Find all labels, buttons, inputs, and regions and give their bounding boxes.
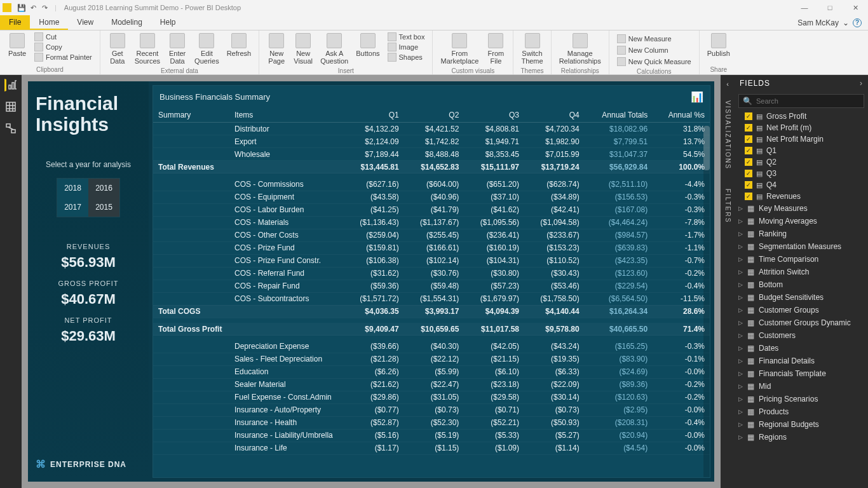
report-view-icon[interactable] xyxy=(4,79,17,92)
checkbox-icon[interactable]: ✓ xyxy=(745,147,752,154)
maximize-icon[interactable]: □ xyxy=(817,4,843,12)
table-row[interactable]: Distributor$4,132.29$4,421.52$4,808.81$4… xyxy=(153,123,710,135)
table-row[interactable]: Insurance - Health($52.87)($52.30)($52.2… xyxy=(153,416,710,429)
expand-icon[interactable]: ▷ xyxy=(738,421,745,428)
expand-icon[interactable]: ▷ xyxy=(738,370,745,377)
ask-question-button[interactable]: Ask A Question xyxy=(316,32,352,66)
table-row[interactable]: COS - Prize Fund($159.81)($166.61)($160.… xyxy=(153,241,710,254)
table-row[interactable]: COS - Commissions($627.16)($604.00)($651… xyxy=(153,179,710,191)
table-row[interactable]: Export$2,124.09$1,742.82$1,949.71$1,982.… xyxy=(153,135,710,148)
tab-home[interactable]: Home xyxy=(30,15,68,30)
column-header[interactable]: Annual Totals xyxy=(585,108,653,123)
tab-file[interactable]: File xyxy=(0,15,30,30)
table-item[interactable]: ▷▦Time Comparison xyxy=(735,253,868,266)
publish-button[interactable]: Publish xyxy=(703,32,734,58)
switch-theme-button[interactable]: Switch Theme xyxy=(517,32,546,66)
table-item[interactable]: ▷▦Customer Groups Dynamic xyxy=(735,316,868,329)
close-icon[interactable]: ✕ xyxy=(843,4,868,12)
table-row[interactable]: COS - Materials($1,136.43)($1,137.67)($1… xyxy=(153,216,710,229)
table-row[interactable]: COS - Repair Fund($59.36)($59.48)($57.23… xyxy=(153,280,710,292)
field-item[interactable]: ✓▤Q3 xyxy=(735,168,868,179)
recent-sources-button[interactable]: Recent Sources xyxy=(131,32,164,66)
table-item[interactable]: ▷▦Regions xyxy=(735,431,868,444)
checkbox-icon[interactable]: ✓ xyxy=(745,135,752,143)
matrix-body[interactable]: SummaryItemsQ1Q2Q3Q4Annual TotalsAnnual … xyxy=(153,108,710,477)
table-row[interactable]: COS - Prize Fund Constr.($106.38)($102.1… xyxy=(153,254,710,267)
checkbox-icon[interactable]: ✓ xyxy=(745,158,752,166)
new-page-button[interactable]: New Page xyxy=(263,32,290,66)
table-item[interactable]: ▷▦Segmentation Measures xyxy=(735,240,868,253)
scrollbar-thumb[interactable] xyxy=(703,126,710,170)
year-option[interactable]: 2016 xyxy=(88,179,119,198)
enter-data-button[interactable]: Enter Data xyxy=(164,32,191,66)
matrix-visual[interactable]: Business Financials Summary 📊 SummaryIte… xyxy=(153,85,710,478)
edit-queries-button[interactable]: Edit Queries xyxy=(191,32,223,66)
new-measure-button[interactable]: New Measure xyxy=(616,34,693,44)
expand-icon[interactable]: ▷ xyxy=(738,320,745,326)
expand-icon[interactable]: ▷ xyxy=(738,231,745,237)
field-item[interactable]: ✓▤Q2 xyxy=(735,156,868,168)
data-view-icon[interactable] xyxy=(4,100,17,113)
checkbox-icon[interactable]: ✓ xyxy=(745,181,752,189)
visualizations-pane-collapsed[interactable]: ‹ VISUALIZATIONS FILTERS xyxy=(721,75,735,488)
table-item[interactable]: ▷▦Financials Template xyxy=(735,367,868,380)
tab-modeling[interactable]: Modeling xyxy=(102,15,151,30)
format-painter-button[interactable]: Format Painter xyxy=(33,52,93,62)
table-row[interactable]: Education($6.26)($5.99)($6.10)($6.33)($2… xyxy=(153,365,710,378)
year-option[interactable]: 2017 xyxy=(57,198,88,217)
field-item[interactable]: ✓▤Gross Profit xyxy=(735,111,868,122)
table-row[interactable]: Sealer Material($21.62)($22.47)($23.18)(… xyxy=(153,378,710,391)
image-button[interactable]: Image xyxy=(386,42,426,52)
from-marketplace-button[interactable]: From Marketplace xyxy=(437,32,482,66)
new-visual-button[interactable]: New Visual xyxy=(290,32,316,66)
table-row[interactable]: Insurance - Auto/Property($0.77)($0.73)(… xyxy=(153,403,710,416)
column-header[interactable]: Summary xyxy=(153,108,229,123)
redo-icon[interactable]: ↷ xyxy=(39,3,50,13)
expand-icon[interactable]: ▷ xyxy=(738,218,745,224)
table-row[interactable]: Insurance - Liability/Umbrella($5.16)($5… xyxy=(153,429,710,442)
field-item[interactable]: ✓▤Q4 xyxy=(735,179,868,191)
table-item[interactable]: ▷▦Mid xyxy=(735,380,868,393)
field-item[interactable]: ✓▤Revenues xyxy=(735,191,868,202)
table-row[interactable]: Depreciation Expense($39.66)($40.30)($42… xyxy=(153,341,710,353)
tab-help[interactable]: Help xyxy=(151,15,185,30)
model-view-icon[interactable] xyxy=(4,122,17,135)
cut-button[interactable]: Cut xyxy=(33,32,93,42)
expand-icon[interactable]: ▷ xyxy=(738,396,745,402)
table-row[interactable]: COS - Subcontractors($1,571.72)($1,554.3… xyxy=(153,292,710,305)
expand-icon[interactable]: ▷ xyxy=(738,269,745,275)
table-row[interactable]: COS - Labor Burden($41.25)($41.79)($41.6… xyxy=(153,203,710,216)
manage-relationships-button[interactable]: Manage Relationships xyxy=(555,32,605,66)
expand-icon[interactable]: ▷ xyxy=(738,345,745,351)
table-row[interactable]: COS - Other Costs($259.04)($255.45)($236… xyxy=(153,229,710,241)
shapes-button[interactable]: Shapes xyxy=(386,52,426,62)
table-item[interactable]: ▷▦Regional Budgets xyxy=(735,418,868,431)
table-item[interactable]: ▷▦Financial Details xyxy=(735,355,868,367)
field-item[interactable]: ✓▤Q1 xyxy=(735,145,868,156)
from-file-button[interactable]: From File xyxy=(482,32,509,66)
undo-icon[interactable]: ↶ xyxy=(28,3,38,13)
expand-icon[interactable]: ▷ xyxy=(738,307,745,313)
scrollbar-track[interactable] xyxy=(703,126,710,477)
table-row[interactable]: Total COGS$4,036.35$3,993.17$4,094.39$4,… xyxy=(153,305,710,318)
buttons-button[interactable]: Buttons xyxy=(352,32,383,58)
checkbox-icon[interactable]: ✓ xyxy=(745,193,752,200)
table-row[interactable]: Sales - Fleet Depreciation($21.28)($22.1… xyxy=(153,353,710,365)
textbox-button[interactable]: Text box xyxy=(386,32,426,42)
table-row[interactable]: COS - Referral Fund($31.62)($30.76)($30.… xyxy=(153,267,710,280)
expand-icon[interactable]: ▷ xyxy=(738,205,745,212)
user-area[interactable]: Sam McKay ⌄ ? xyxy=(791,15,868,30)
table-item[interactable]: ▷▦Attrition Switch xyxy=(735,266,868,278)
fields-search[interactable]: 🔍 xyxy=(738,94,864,108)
table-row[interactable]: Fuel Expense - Const.Admin($29.86)($31.0… xyxy=(153,391,710,403)
table-item[interactable]: ▷▦Moving Averages xyxy=(735,215,868,227)
expand-icon[interactable]: ▷ xyxy=(738,409,745,415)
table-item[interactable]: ▷▦Customers xyxy=(735,329,868,342)
column-header[interactable]: Q3 xyxy=(464,108,524,123)
report-canvas[interactable]: ↖ FinancialInsights Select a year for an… xyxy=(22,75,721,488)
expand-icon[interactable]: ▷ xyxy=(738,294,745,301)
table-item[interactable]: ▷▦Customer Groups xyxy=(735,304,868,316)
checkbox-icon[interactable]: ✓ xyxy=(745,170,752,177)
table-row[interactable] xyxy=(153,336,710,341)
table-row[interactable]: Wholesale$7,189.44$8,488.48$8,353.45$7,0… xyxy=(153,148,710,161)
